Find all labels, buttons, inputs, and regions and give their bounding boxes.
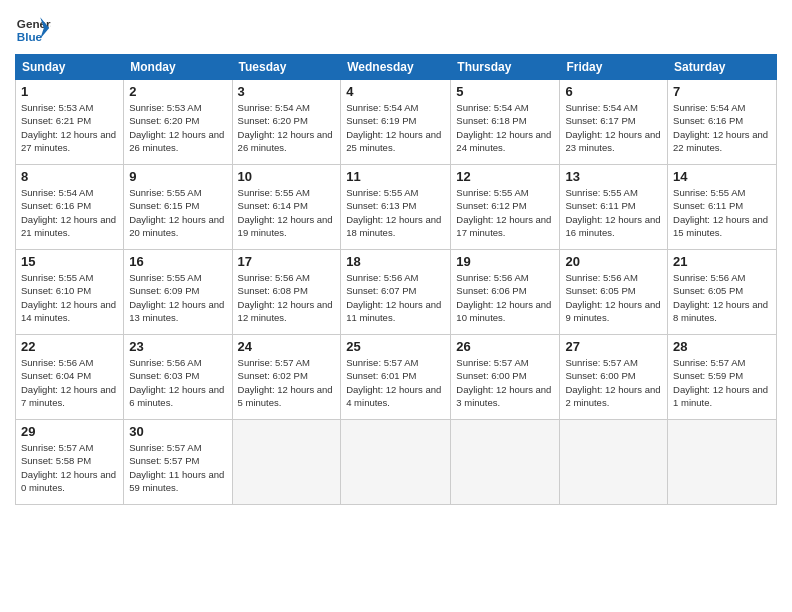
table-row: 10 Sunrise: 5:55 AMSunset: 6:14 PMDaylig… [232,165,341,250]
table-row: 16 Sunrise: 5:55 AMSunset: 6:09 PMDaylig… [124,250,232,335]
day-info: Sunrise: 5:55 AMSunset: 6:15 PMDaylight:… [129,186,226,239]
day-number: 9 [129,169,226,184]
day-number: 8 [21,169,118,184]
day-number: 22 [21,339,118,354]
logo-icon: General Blue [15,10,51,46]
day-number: 24 [238,339,336,354]
day-number: 10 [238,169,336,184]
table-row: 7 Sunrise: 5:54 AMSunset: 6:16 PMDayligh… [668,80,777,165]
day-info: Sunrise: 5:54 AMSunset: 6:16 PMDaylight:… [21,186,118,239]
day-info: Sunrise: 5:57 AMSunset: 5:57 PMDaylight:… [129,441,226,494]
day-number: 23 [129,339,226,354]
header-thursday: Thursday [451,55,560,80]
logo: General Blue [15,10,51,46]
calendar-row-3: 15 Sunrise: 5:55 AMSunset: 6:10 PMDaylig… [16,250,777,335]
day-number: 26 [456,339,554,354]
calendar-row-1: 1 Sunrise: 5:53 AMSunset: 6:21 PMDayligh… [16,80,777,165]
day-info: Sunrise: 5:54 AMSunset: 6:16 PMDaylight:… [673,101,771,154]
table-row: 25 Sunrise: 5:57 AMSunset: 6:01 PMDaylig… [341,335,451,420]
day-info: Sunrise: 5:55 AMSunset: 6:14 PMDaylight:… [238,186,336,239]
day-number: 7 [673,84,771,99]
calendar-body: 1 Sunrise: 5:53 AMSunset: 6:21 PMDayligh… [16,80,777,505]
day-info: Sunrise: 5:55 AMSunset: 6:11 PMDaylight:… [565,186,662,239]
table-row [341,420,451,505]
day-number: 18 [346,254,445,269]
day-info: Sunrise: 5:54 AMSunset: 6:17 PMDaylight:… [565,101,662,154]
table-row: 29 Sunrise: 5:57 AMSunset: 5:58 PMDaylig… [16,420,124,505]
day-number: 19 [456,254,554,269]
day-number: 27 [565,339,662,354]
table-row: 4 Sunrise: 5:54 AMSunset: 6:19 PMDayligh… [341,80,451,165]
day-info: Sunrise: 5:55 AMSunset: 6:09 PMDaylight:… [129,271,226,324]
day-info: Sunrise: 5:55 AMSunset: 6:11 PMDaylight:… [673,186,771,239]
table-row [232,420,341,505]
day-number: 5 [456,84,554,99]
day-number: 1 [21,84,118,99]
table-row: 14 Sunrise: 5:55 AMSunset: 6:11 PMDaylig… [668,165,777,250]
header-sunday: Sunday [16,55,124,80]
table-row: 27 Sunrise: 5:57 AMSunset: 6:00 PMDaylig… [560,335,668,420]
day-number: 6 [565,84,662,99]
day-info: Sunrise: 5:55 AMSunset: 6:10 PMDaylight:… [21,271,118,324]
table-row: 8 Sunrise: 5:54 AMSunset: 6:16 PMDayligh… [16,165,124,250]
day-number: 15 [21,254,118,269]
day-number: 13 [565,169,662,184]
table-row: 20 Sunrise: 5:56 AMSunset: 6:05 PMDaylig… [560,250,668,335]
day-info: Sunrise: 5:54 AMSunset: 6:19 PMDaylight:… [346,101,445,154]
day-info: Sunrise: 5:56 AMSunset: 6:03 PMDaylight:… [129,356,226,409]
table-row [560,420,668,505]
table-row: 23 Sunrise: 5:56 AMSunset: 6:03 PMDaylig… [124,335,232,420]
table-row [668,420,777,505]
day-number: 20 [565,254,662,269]
day-number: 29 [21,424,118,439]
day-info: Sunrise: 5:56 AMSunset: 6:04 PMDaylight:… [21,356,118,409]
day-number: 12 [456,169,554,184]
day-number: 28 [673,339,771,354]
day-info: Sunrise: 5:57 AMSunset: 6:01 PMDaylight:… [346,356,445,409]
day-info: Sunrise: 5:54 AMSunset: 6:20 PMDaylight:… [238,101,336,154]
day-number: 3 [238,84,336,99]
day-info: Sunrise: 5:57 AMSunset: 6:02 PMDaylight:… [238,356,336,409]
day-number: 14 [673,169,771,184]
table-row: 1 Sunrise: 5:53 AMSunset: 6:21 PMDayligh… [16,80,124,165]
table-row: 24 Sunrise: 5:57 AMSunset: 6:02 PMDaylig… [232,335,341,420]
day-info: Sunrise: 5:57 AMSunset: 6:00 PMDaylight:… [456,356,554,409]
table-row: 3 Sunrise: 5:54 AMSunset: 6:20 PMDayligh… [232,80,341,165]
table-row: 26 Sunrise: 5:57 AMSunset: 6:00 PMDaylig… [451,335,560,420]
table-row: 28 Sunrise: 5:57 AMSunset: 5:59 PMDaylig… [668,335,777,420]
table-row: 18 Sunrise: 5:56 AMSunset: 6:07 PMDaylig… [341,250,451,335]
day-info: Sunrise: 5:55 AMSunset: 6:13 PMDaylight:… [346,186,445,239]
day-info: Sunrise: 5:57 AMSunset: 5:58 PMDaylight:… [21,441,118,494]
day-number: 30 [129,424,226,439]
table-row: 5 Sunrise: 5:54 AMSunset: 6:18 PMDayligh… [451,80,560,165]
table-row: 30 Sunrise: 5:57 AMSunset: 5:57 PMDaylig… [124,420,232,505]
table-row: 2 Sunrise: 5:53 AMSunset: 6:20 PMDayligh… [124,80,232,165]
table-row: 21 Sunrise: 5:56 AMSunset: 6:05 PMDaylig… [668,250,777,335]
table-row: 19 Sunrise: 5:56 AMSunset: 6:06 PMDaylig… [451,250,560,335]
calendar-row-5: 29 Sunrise: 5:57 AMSunset: 5:58 PMDaylig… [16,420,777,505]
header-monday: Monday [124,55,232,80]
day-info: Sunrise: 5:56 AMSunset: 6:07 PMDaylight:… [346,271,445,324]
day-number: 11 [346,169,445,184]
table-row: 6 Sunrise: 5:54 AMSunset: 6:17 PMDayligh… [560,80,668,165]
svg-text:Blue: Blue [17,30,43,43]
day-info: Sunrise: 5:54 AMSunset: 6:18 PMDaylight:… [456,101,554,154]
header-tuesday: Tuesday [232,55,341,80]
table-row: 11 Sunrise: 5:55 AMSunset: 6:13 PMDaylig… [341,165,451,250]
day-number: 4 [346,84,445,99]
table-row [451,420,560,505]
day-info: Sunrise: 5:56 AMSunset: 6:06 PMDaylight:… [456,271,554,324]
day-number: 17 [238,254,336,269]
day-info: Sunrise: 5:56 AMSunset: 6:08 PMDaylight:… [238,271,336,324]
table-row: 12 Sunrise: 5:55 AMSunset: 6:12 PMDaylig… [451,165,560,250]
table-row: 13 Sunrise: 5:55 AMSunset: 6:11 PMDaylig… [560,165,668,250]
calendar-row-2: 8 Sunrise: 5:54 AMSunset: 6:16 PMDayligh… [16,165,777,250]
header-friday: Friday [560,55,668,80]
header-saturday: Saturday [668,55,777,80]
table-row: 22 Sunrise: 5:56 AMSunset: 6:04 PMDaylig… [16,335,124,420]
calendar-row-4: 22 Sunrise: 5:56 AMSunset: 6:04 PMDaylig… [16,335,777,420]
table-row: 9 Sunrise: 5:55 AMSunset: 6:15 PMDayligh… [124,165,232,250]
day-info: Sunrise: 5:57 AMSunset: 5:59 PMDaylight:… [673,356,771,409]
day-info: Sunrise: 5:57 AMSunset: 6:00 PMDaylight:… [565,356,662,409]
day-info: Sunrise: 5:53 AMSunset: 6:20 PMDaylight:… [129,101,226,154]
